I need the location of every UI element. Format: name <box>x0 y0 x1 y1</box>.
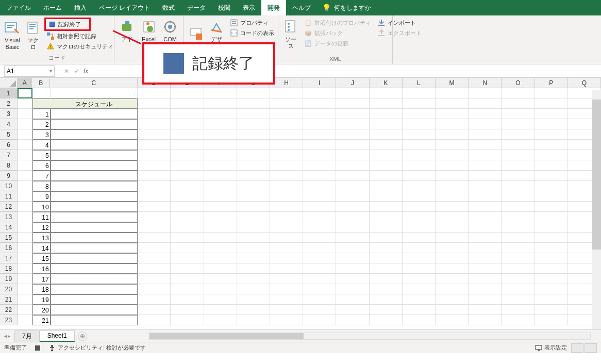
cell-A9[interactable] <box>18 171 32 181</box>
row-header-2[interactable]: 2 <box>0 98 17 109</box>
cell-P8[interactable] <box>535 160 568 171</box>
cell-M4[interactable] <box>436 119 469 129</box>
cell-G18[interactable] <box>237 263 270 274</box>
cell-J12[interactable] <box>336 202 369 212</box>
cell-B23[interactable]: 21 <box>32 315 51 325</box>
cell-F6[interactable] <box>204 140 237 150</box>
cell-L16[interactable] <box>403 243 436 253</box>
row-header-16[interactable]: 16 <box>0 243 17 253</box>
cell-K4[interactable] <box>370 119 403 129</box>
cell-A14[interactable] <box>18 222 32 233</box>
cell-D11[interactable] <box>138 191 171 202</box>
cell-E17[interactable] <box>171 253 204 263</box>
cell-N14[interactable] <box>469 222 502 233</box>
cell-I22[interactable] <box>303 305 336 315</box>
cell-E15[interactable] <box>171 233 204 243</box>
cell-N22[interactable] <box>469 305 502 315</box>
cell-F1[interactable] <box>204 88 237 98</box>
cell-P22[interactable] <box>535 305 568 315</box>
cell-C21[interactable] <box>51 294 138 305</box>
cell-B21[interactable]: 19 <box>32 294 51 305</box>
cell-B9[interactable]: 7 <box>32 171 51 181</box>
visual-basic-button[interactable]: Visual Basic <box>3 18 22 52</box>
cell-J6[interactable] <box>336 140 369 150</box>
cell-E7[interactable] <box>171 150 204 160</box>
cell-C10[interactable] <box>51 181 138 191</box>
cell-A11[interactable] <box>18 191 32 202</box>
cell-L14[interactable] <box>403 222 436 233</box>
cell-N12[interactable] <box>469 202 502 212</box>
cell-J7[interactable] <box>336 150 369 160</box>
cell-K5[interactable] <box>370 129 403 140</box>
row-header-9[interactable]: 9 <box>0 171 17 181</box>
cell-F21[interactable] <box>204 294 237 305</box>
cell-I15[interactable] <box>303 233 336 243</box>
row-header-19[interactable]: 19 <box>0 274 17 284</box>
cell-E14[interactable] <box>171 222 204 233</box>
cell-O12[interactable] <box>502 202 535 212</box>
cell-O21[interactable] <box>502 294 535 305</box>
cell-K7[interactable] <box>370 150 403 160</box>
menu-tab-8[interactable]: 開発 <box>261 0 286 15</box>
vertical-scrollbar[interactable] <box>592 90 601 340</box>
enter-icon[interactable]: ✓ <box>74 68 79 75</box>
cell-O20[interactable] <box>502 284 535 294</box>
cell-C4[interactable] <box>51 119 138 129</box>
cell-E20[interactable] <box>171 284 204 294</box>
menu-tab-5[interactable]: データ <box>181 0 212 15</box>
cell-L13[interactable] <box>403 212 436 222</box>
cell-I3[interactable] <box>303 109 336 119</box>
cell-B2[interactable] <box>32 98 51 109</box>
cell-O19[interactable] <box>502 274 535 284</box>
cell-B18[interactable]: 16 <box>32 263 51 274</box>
cell-M20[interactable] <box>436 284 469 294</box>
cell-M11[interactable] <box>436 191 469 202</box>
cell-G14[interactable] <box>237 222 270 233</box>
cell-L10[interactable] <box>403 181 436 191</box>
cell-D18[interactable] <box>138 263 171 274</box>
cell-G21[interactable] <box>237 294 270 305</box>
cell-grid[interactable]: スケジュール123456789101112131415161718192021 <box>18 88 601 329</box>
cell-K11[interactable] <box>370 191 403 202</box>
cell-C13[interactable] <box>51 212 138 222</box>
cell-N10[interactable] <box>469 181 502 191</box>
cell-F18[interactable] <box>204 263 237 274</box>
cell-E3[interactable] <box>171 109 204 119</box>
menu-tab-3[interactable]: ページ レイアウト <box>93 0 156 15</box>
cell-D9[interactable] <box>138 171 171 181</box>
cell-D22[interactable] <box>138 305 171 315</box>
cell-K6[interactable] <box>370 140 403 150</box>
cell-L3[interactable] <box>403 109 436 119</box>
cell-D10[interactable] <box>138 181 171 191</box>
cell-A20[interactable] <box>18 284 32 294</box>
cell-I18[interactable] <box>303 263 336 274</box>
cell-H10[interactable] <box>270 181 303 191</box>
cell-I23[interactable] <box>303 315 336 325</box>
cell-B15[interactable]: 13 <box>32 233 51 243</box>
cell-M16[interactable] <box>436 243 469 253</box>
excel-addins-button[interactable]: Excel <box>139 18 159 44</box>
cell-J13[interactable] <box>336 212 369 222</box>
cell-F3[interactable] <box>204 109 237 119</box>
cell-A1[interactable] <box>18 88 32 98</box>
cell-B11[interactable]: 9 <box>32 191 51 202</box>
cell-F4[interactable] <box>204 119 237 129</box>
cell-M13[interactable] <box>436 212 469 222</box>
cell-J14[interactable] <box>336 222 369 233</box>
vscroll-thumb[interactable] <box>592 100 601 250</box>
cell-H16[interactable] <box>270 243 303 253</box>
display-settings[interactable]: 表示設定 <box>535 344 567 352</box>
cell-F8[interactable] <box>204 160 237 171</box>
cell-M8[interactable] <box>436 160 469 171</box>
cell-F22[interactable] <box>204 305 237 315</box>
row-header-4[interactable]: 4 <box>0 119 17 129</box>
cell-C23[interactable] <box>51 315 138 325</box>
cell-A8[interactable] <box>18 160 32 171</box>
cell-K2[interactable] <box>370 98 403 109</box>
cell-C14[interactable] <box>51 222 138 233</box>
menu-tab-6[interactable]: 校閲 <box>212 0 237 15</box>
cell-M23[interactable] <box>436 315 469 325</box>
cell-C11[interactable] <box>51 191 138 202</box>
col-header-I[interactable]: I <box>303 78 336 88</box>
col-header-L[interactable]: L <box>403 78 436 88</box>
